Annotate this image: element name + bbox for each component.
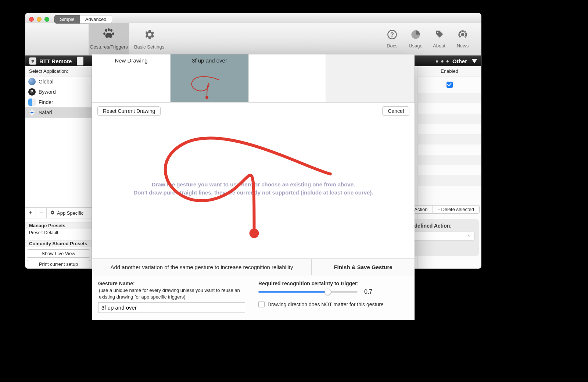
svg-point-2	[462, 33, 464, 36]
show-live-view-button[interactable]: Show Live View	[27, 249, 90, 258]
cancel-button[interactable]: Cancel	[382, 106, 409, 116]
enabled-checkbox[interactable]	[418, 76, 481, 93]
toolbar: Gestures/Triggers Basic Settings ? Docs	[25, 23, 481, 56]
svg-text:?: ?	[390, 31, 394, 38]
finder-icon	[28, 99, 36, 106]
news-button[interactable]: News	[452, 29, 473, 49]
delete-selected-button[interactable]: - Delete selected	[433, 205, 480, 214]
certainty-label: Required recognition certainty to trigge…	[258, 281, 409, 286]
community-presets-header: Comunity Shared Presets	[25, 240, 92, 247]
gesture-name-input[interactable]	[98, 302, 245, 313]
svg-point-4	[205, 96, 208, 99]
reset-drawing-button[interactable]: Reset Current Drawing	[97, 106, 161, 116]
toolbar-left: Gestures/Triggers Basic Settings	[89, 23, 169, 55]
sidebar-item-label: Safari	[39, 110, 52, 115]
gesture-name-description: (use a unique name for every drawing unl…	[99, 287, 245, 300]
tile-selected-drawing[interactable]: 3f up and over	[171, 54, 249, 102]
tab-gestures-label: Gestures/Triggers	[90, 44, 128, 50]
sidebar-item-safari[interactable]: Safari	[25, 107, 92, 118]
app-specific-label: App Specific	[57, 210, 83, 216]
zoom-window-button[interactable]	[44, 17, 49, 22]
traffic-lights	[29, 17, 49, 22]
enabled-column-header: Enabled	[418, 66, 481, 76]
globe-icon	[28, 78, 36, 85]
sidebar-item-label: Byword	[39, 89, 56, 95]
sidebar-item-byword[interactable]: B Byword	[25, 87, 92, 97]
slider-fill	[258, 291, 328, 293]
toolbar-right: ? Docs Usage About News	[382, 23, 481, 55]
gear-small-icon	[50, 210, 55, 216]
docs-label: Docs	[387, 43, 398, 49]
about-label: About	[433, 43, 445, 49]
btt-remote-label: BTT Remote	[39, 58, 72, 64]
sidebar-item-label: Finder	[39, 99, 53, 105]
gesture-path	[96, 119, 411, 258]
other-item[interactable]: ● ● ● Other	[435, 58, 469, 64]
titlebar: Simple Advanced	[25, 13, 481, 23]
gesture-name-label: Gesture Name:	[98, 281, 245, 286]
sidebar: Select Application: Global B Byword Find…	[25, 66, 92, 268]
sidebar-item-global[interactable]: Global	[25, 76, 92, 87]
tab-gestures[interactable]: Gestures/Triggers	[89, 23, 129, 55]
print-setup-button[interactable]: Print current setup	[27, 260, 90, 268]
tile-selected-label: 3f up and over	[192, 57, 227, 64]
usage-label: Usage	[409, 43, 423, 49]
row-stripes	[418, 93, 481, 196]
finish-save-button[interactable]: Finish & Save Gesture	[312, 259, 415, 275]
sheet-form: Gesture Name: (use a unique name for eve…	[92, 275, 415, 320]
safari-icon	[28, 109, 36, 116]
paw-icon	[103, 28, 115, 42]
slider-knob-icon	[325, 289, 331, 295]
tag-icon	[434, 29, 444, 41]
app-specific-button[interactable]: App Specific	[47, 208, 92, 218]
right-panel: Enabled Attach Action - Delete selected …	[417, 66, 481, 268]
predefined-action-title: Predefined Action:	[406, 223, 474, 229]
add-app-button[interactable]: +	[25, 208, 36, 218]
sheet-action-bar: Reset Current Drawing Cancel	[92, 103, 415, 116]
direction-checkbox-label: Drawing direction does NOT matter for th…	[268, 301, 384, 307]
gear-icon	[143, 28, 155, 42]
tile-new-label: New Drawing	[115, 57, 147, 64]
remote-device-icon	[77, 57, 83, 65]
manage-presets-header: Manage Presets	[25, 222, 92, 229]
application-list: Global B Byword Finder Safari	[25, 76, 92, 207]
drawing-canvas[interactable]: Draw the gesture you want to use here or…	[96, 119, 411, 258]
certainty-slider-row: 0.7	[258, 289, 409, 295]
sidebar-item-finder[interactable]: Finder	[25, 97, 92, 107]
mode-simple-button[interactable]: Simple	[54, 15, 80, 24]
wifi-icon	[29, 57, 36, 65]
dropdown-triangle-icon[interactable]	[472, 59, 477, 63]
tab-basic-settings[interactable]: Basic Settings	[129, 23, 169, 55]
sidebar-bottom: + − App Specific Manage Presets Preset: …	[25, 207, 92, 268]
usage-button[interactable]: Usage	[405, 29, 426, 49]
tab-basic-settings-label: Basic Settings	[134, 44, 164, 50]
dots-icon: ● ● ●	[435, 58, 449, 64]
docs-button[interactable]: ? Docs	[382, 29, 402, 49]
checkbox-icon	[258, 301, 265, 307]
check-icon	[447, 82, 453, 88]
news-label: News	[457, 43, 469, 49]
gesture-name-section: Gesture Name: (use a unique name for eve…	[98, 281, 245, 313]
svg-point-5	[250, 229, 259, 238]
btt-remote-item[interactable]: BTT Remote	[29, 57, 92, 65]
gesture-drawing-sheet: New Drawing 3f up and over Reset Current…	[92, 54, 415, 320]
drawing-tiles: New Drawing 3f up and over	[92, 54, 415, 103]
tile-new-drawing[interactable]: New Drawing	[92, 54, 171, 102]
pie-icon	[410, 29, 421, 41]
add-variation-button[interactable]: Add another variation of the same gestur…	[92, 259, 312, 275]
preset-label: Preset: Default	[25, 229, 92, 236]
direction-checkbox-row[interactable]: Drawing direction does NOT matter for th…	[258, 301, 409, 307]
certainty-section: Required recognition certainty to trigge…	[258, 281, 409, 313]
certainty-value: 0.7	[364, 289, 372, 295]
broadcast-icon	[458, 29, 468, 41]
remove-app-button[interactable]: −	[36, 208, 47, 218]
minimize-window-button[interactable]	[37, 17, 42, 22]
tile-empty	[249, 54, 326, 102]
mode-advanced-button[interactable]: Advanced	[80, 15, 112, 24]
predefined-action-select[interactable]	[406, 232, 474, 240]
about-button[interactable]: About	[429, 29, 449, 49]
close-window-button[interactable]	[29, 17, 34, 22]
certainty-slider[interactable]	[258, 291, 358, 293]
mode-toggle: Simple Advanced	[54, 15, 112, 24]
sheet-big-buttons: Add another variation of the same gestur…	[92, 258, 415, 275]
